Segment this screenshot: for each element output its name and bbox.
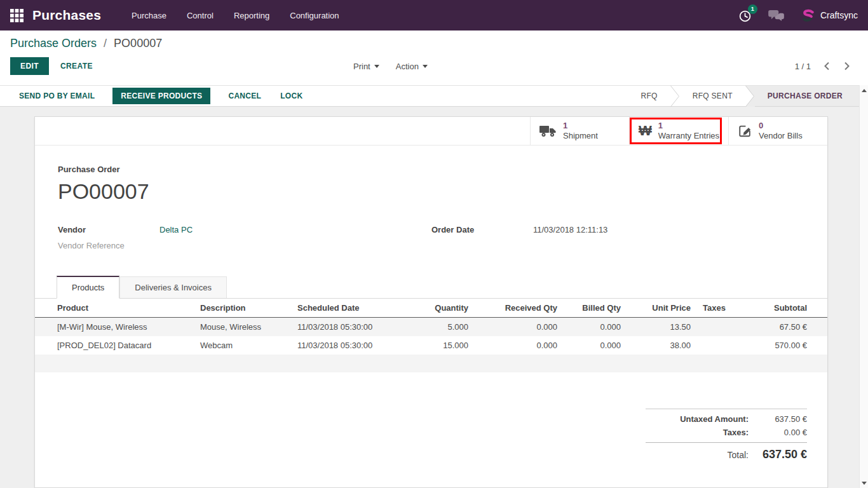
apps-menu-button[interactable] xyxy=(10,9,24,22)
empty-line-stripe xyxy=(35,355,827,372)
state-rfq[interactable]: RFQ xyxy=(628,86,670,106)
truck-icon xyxy=(539,125,557,137)
control-panel: Purchase Orders / PO00007 EDIT CREATE Pr… xyxy=(0,30,868,85)
messages-button[interactable] xyxy=(768,10,784,22)
scroll-down-button[interactable] xyxy=(860,478,868,487)
col-unit-price[interactable]: Unit Price xyxy=(623,299,693,318)
nav-menu: Purchase Control Reporting Configuration xyxy=(132,11,339,20)
user-menu[interactable]: Craftsync xyxy=(801,8,858,23)
vendor-bills-count: 0 xyxy=(759,121,803,131)
untaxed-amount-value: 637.50 € xyxy=(749,414,807,424)
send-po-by-email-button[interactable]: SEND PO BY EMAIL xyxy=(18,88,96,104)
company-name: Craftsync xyxy=(820,10,858,20)
pager-previous-button[interactable] xyxy=(822,60,831,72)
vendor-bills-label: Vendor Bills xyxy=(759,131,803,141)
warranty-entries-count: 1 xyxy=(658,121,719,131)
untaxed-amount-label: Untaxed Amount: xyxy=(680,414,749,424)
pipeline-arrow-icon xyxy=(670,86,680,107)
shipment-stat-button[interactable]: 1 Shipment xyxy=(530,117,629,145)
triangle-down-icon xyxy=(862,482,867,485)
cell-unit-price[interactable]: 38.00 xyxy=(623,336,693,355)
activities-button[interactable]: 1 xyxy=(738,9,752,22)
cell-scheduled-date[interactable]: 11/03/2018 05:30:00 xyxy=(295,318,407,337)
cell-unit-price[interactable]: 13.50 xyxy=(623,318,693,337)
vendor-link[interactable]: Delta PC xyxy=(159,225,193,234)
print-menu-label: Print xyxy=(353,62,370,71)
cell-subtotal[interactable]: 570.00 € xyxy=(731,336,827,355)
nav-item-configuration[interactable]: Configuration xyxy=(290,11,339,20)
cell-quantity[interactable]: 15.000 xyxy=(407,336,470,355)
breadcrumb-parent-link[interactable]: Purchase Orders xyxy=(10,37,97,50)
activity-count-badge: 1 xyxy=(748,4,757,14)
document-name: PO00007 xyxy=(58,179,827,204)
cell-taxes[interactable] xyxy=(693,318,731,337)
action-menu-label: Action xyxy=(396,62,419,71)
pager-next-button[interactable] xyxy=(843,60,851,72)
taxes-value: 0.00 € xyxy=(749,428,807,437)
won-sign-icon: ₩ xyxy=(639,124,652,138)
purchase-order-form: 1 Shipment ₩ 1 Warranty Entries 0 Vend xyxy=(34,116,828,488)
order-lines-table: Product Description Scheduled Date Quant… xyxy=(35,299,827,355)
cell-product[interactable]: [M-Wir] Mouse, Wireless xyxy=(35,318,198,337)
edit-button[interactable]: EDIT xyxy=(10,57,49,75)
cell-description[interactable]: Mouse, Wireless xyxy=(198,318,295,337)
statusbar: SEND PO BY EMAIL RECEIVE PRODUCTS CANCEL… xyxy=(0,85,868,107)
triangle-up-icon xyxy=(862,89,867,92)
cell-quantity[interactable]: 5.000 xyxy=(407,318,470,337)
order-date-value: 11/03/2018 12:11:13 xyxy=(533,225,607,234)
tab-products[interactable]: Products xyxy=(57,276,119,299)
cell-received-qty[interactable]: 0.000 xyxy=(470,318,559,337)
cell-billed-qty[interactable]: 0.000 xyxy=(559,318,623,337)
content-area: 1 Shipment ₩ 1 Warranty Entries 0 Vend xyxy=(0,116,868,488)
print-menu-button[interactable]: Print xyxy=(353,62,379,71)
col-subtotal[interactable]: Subtotal xyxy=(731,299,827,318)
cell-received-qty[interactable]: 0.000 xyxy=(470,336,559,355)
create-button[interactable]: CREATE xyxy=(59,58,94,74)
scroll-up-button[interactable] xyxy=(860,86,868,95)
action-menu-button[interactable]: Action xyxy=(396,62,428,71)
tab-deliveries-invoices[interactable]: Deliveries & Invoices xyxy=(119,276,227,298)
chevron-right-icon xyxy=(844,62,850,71)
cell-taxes[interactable] xyxy=(693,336,731,355)
nav-item-reporting[interactable]: Reporting xyxy=(234,11,269,20)
vertical-scrollbar[interactable] xyxy=(859,85,868,488)
vendor-bills-stat-button[interactable]: 0 Vendor Bills xyxy=(728,117,827,145)
apps-grid-icon xyxy=(10,9,24,22)
cell-scheduled-date[interactable]: 11/03/2018 05:30:00 xyxy=(295,336,407,355)
cell-subtotal[interactable]: 67.50 € xyxy=(731,318,827,337)
nav-item-purchase[interactable]: Purchase xyxy=(132,11,166,20)
table-header-row: Product Description Scheduled Date Quant… xyxy=(35,299,827,318)
taxes-label: Taxes: xyxy=(723,428,749,437)
app-title[interactable]: Purchases xyxy=(32,8,101,23)
state-rfq-sent[interactable]: RFQ SENT xyxy=(680,86,745,106)
cancel-button[interactable]: CANCEL xyxy=(227,88,262,104)
totals-block: Untaxed Amount: 637.50 € Taxes: 0.00 € T… xyxy=(646,409,807,463)
order-date-label: Order Date xyxy=(431,225,533,234)
col-billed-qty[interactable]: Billed Qty xyxy=(559,299,623,318)
col-received-qty[interactable]: Received Qty xyxy=(470,299,559,318)
top-navbar: Purchases Purchase Control Reporting Con… xyxy=(0,0,868,30)
chat-icon xyxy=(768,10,784,22)
col-quantity[interactable]: Quantity xyxy=(407,299,470,318)
col-scheduled-date[interactable]: Scheduled Date xyxy=(295,299,407,318)
col-taxes[interactable]: Taxes xyxy=(693,299,731,318)
order-line-row[interactable]: [M-Wir] Mouse, Wireless Mouse, Wireless … xyxy=(35,318,827,337)
vendor-reference-label: Vendor Reference xyxy=(58,241,159,250)
chevron-left-icon xyxy=(824,62,830,71)
chevron-down-icon xyxy=(374,65,379,68)
cell-description[interactable]: Webcam xyxy=(198,336,295,355)
pipeline-arrow-icon xyxy=(745,86,755,107)
receive-products-button[interactable]: RECEIVE PRODUCTS xyxy=(112,88,210,104)
col-product[interactable]: Product xyxy=(35,299,198,318)
warranty-entries-label: Warranty Entries xyxy=(658,131,719,141)
cell-product[interactable]: [PROD_DEL02] Datacard xyxy=(35,336,198,355)
state-purchase-order[interactable]: PURCHASE ORDER xyxy=(755,86,859,106)
nav-item-control[interactable]: Control xyxy=(187,11,214,20)
lock-button[interactable]: LOCK xyxy=(279,88,304,104)
order-line-row[interactable]: [PROD_DEL02] Datacard Webcam 11/03/2018 … xyxy=(35,336,827,355)
warranty-entries-stat-button[interactable]: ₩ 1 Warranty Entries xyxy=(629,117,728,145)
col-description[interactable]: Description xyxy=(198,299,295,318)
breadcrumb: Purchase Orders / PO00007 xyxy=(10,37,858,50)
cell-billed-qty[interactable]: 0.000 xyxy=(559,336,623,355)
total-label: Total: xyxy=(728,450,749,460)
